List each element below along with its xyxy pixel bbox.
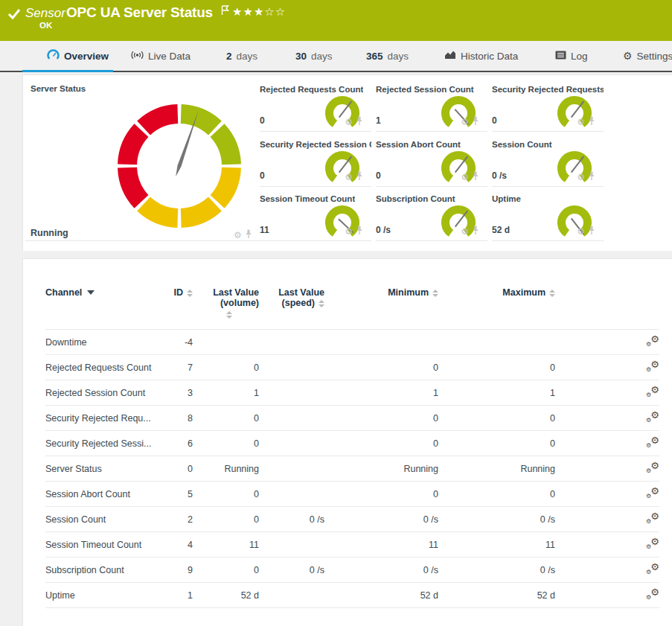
table-row: Server Status 0 Running Running Running …: [45, 456, 659, 482]
gauge-value: 0 /s: [376, 225, 391, 235]
table-row: Session Timeout Count 4 11 11 11 ⚙⚙: [45, 532, 659, 558]
column-header-last-value-speed[interactable]: Last Value (speed): [259, 287, 324, 330]
panel-gear-icon[interactable]: ⚙: [345, 173, 353, 182]
last-value-volume: [193, 330, 259, 355]
gauge-panel-session-abort-count[interactable]: Session Abort Count 0 ⚙: [376, 135, 487, 187]
panel-pin-icon[interactable]: [472, 115, 479, 129]
tab-365-days[interactable]: 365 days: [366, 41, 409, 71]
gauge-value: 0: [376, 170, 381, 181]
gauge-title: Session Abort Count: [376, 140, 461, 149]
channel-settings-gears-icon[interactable]: ⚙⚙: [646, 512, 659, 524]
gear-icon: ⚙: [646, 417, 651, 424]
gauge-title: Session Count: [492, 140, 552, 149]
panel-pin-icon[interactable]: [588, 170, 595, 184]
channel-id: 5: [157, 482, 193, 507]
column-header-last-value-volume[interactable]: Last Value (volume): [193, 287, 259, 330]
gauge-panel-security-rejected-session[interactable]: Security Rejected Session Co... 0 ⚙: [260, 135, 371, 187]
tab-overview[interactable]: Overview: [47, 41, 109, 71]
channel-settings-gears-icon[interactable]: ⚙⚙: [646, 411, 659, 423]
tab-log[interactable]: Log: [555, 41, 588, 71]
gauge-panel-rejected-session-count[interactable]: Rejected Session Count 1 ⚙: [376, 80, 487, 132]
gauge-panel-subscription-count[interactable]: Subscription Count 0 /s ⚙: [376, 189, 487, 241]
sort-icon: [319, 300, 324, 307]
channel-id: 9: [157, 558, 193, 583]
channel-settings-gears-icon[interactable]: ⚙⚙: [646, 487, 659, 499]
channel-name: Subscription Count: [45, 558, 157, 583]
panel-gear-icon[interactable]: ⚙: [234, 231, 242, 240]
column-label: (speed): [282, 298, 315, 308]
column-label: Maximum: [502, 287, 545, 298]
gauge-title: Security Rejected Session Co...: [260, 140, 371, 149]
gauge-icon: [47, 49, 60, 63]
gauge-panel-session-timeout-count[interactable]: Session Timeout Count 11 ⚙: [260, 189, 371, 241]
tab-2-days[interactable]: 2 days: [226, 41, 257, 71]
channel-settings-gears-icon[interactable]: ⚙⚙: [646, 386, 659, 397]
minimum-value: 0 /s: [324, 507, 438, 532]
panel-gear-icon[interactable]: ⚙: [461, 118, 469, 127]
priority-stars[interactable]: ★★★☆☆: [232, 5, 286, 19]
live-data-icon: [131, 50, 144, 63]
panel-tools: ⚙: [345, 170, 363, 184]
panel-pin-icon[interactable]: [588, 225, 595, 238]
table-row: Downtime -4 ⚙⚙: [45, 330, 659, 355]
gauge-value: 52 d: [492, 225, 510, 235]
panel-gear-icon[interactable]: ⚙: [577, 227, 585, 236]
panel-pin-icon[interactable]: [356, 115, 363, 129]
channel-settings-gears-icon[interactable]: ⚙⚙: [646, 436, 659, 448]
channel-name: Rejected Requests Count: [45, 355, 157, 380]
minimum-value: 0: [324, 406, 438, 431]
gauge-value: 0: [260, 115, 265, 126]
sort-desc-icon: [87, 290, 95, 295]
gauge-title: Uptime: [492, 194, 521, 203]
channel-name: Session Count: [45, 507, 157, 532]
panel-gear-icon[interactable]: ⚙: [461, 227, 469, 236]
gauge-title: Security Rejected Requests C...: [492, 85, 604, 94]
column-header-maximum[interactable]: Maximum: [438, 287, 555, 330]
panel-pin-icon[interactable]: [356, 225, 363, 238]
gear-icon: ⚙: [646, 493, 651, 499]
priority-flag-icon[interactable]: [221, 5, 229, 19]
maximum-value: [438, 330, 555, 355]
tab-30-days[interactable]: 30 days: [295, 41, 333, 71]
last-value-volume: 0: [193, 558, 259, 583]
sort-icon: [226, 311, 232, 319]
panel-pin-icon[interactable]: [472, 225, 479, 238]
last-value-volume: 11: [193, 532, 259, 558]
tab-live-data[interactable]: Live Data: [131, 41, 191, 71]
channel-settings-gears-icon[interactable]: ⚙⚙: [646, 335, 659, 347]
last-value-volume: 0: [193, 507, 259, 532]
channel-name: Security Rejected Requ...: [45, 406, 157, 431]
gear-icon: ⚙: [646, 341, 651, 348]
tab-settings[interactable]: ⚙ Settings: [623, 41, 672, 71]
stars-empty: ☆☆: [264, 5, 286, 18]
panel-gear-icon[interactable]: ⚙: [461, 173, 469, 182]
panel-pin-icon[interactable]: [356, 170, 363, 184]
gauge-panel-session-count[interactable]: Session Count 0 /s ⚙: [492, 135, 604, 187]
panel-pin-icon[interactable]: [472, 170, 479, 184]
channel-settings-gears-icon[interactable]: ⚙⚙: [646, 537, 659, 549]
panel-gear-icon[interactable]: ⚙: [345, 227, 353, 236]
gauge-panel-security-rejected-requests[interactable]: Security Rejected Requests C... 0 ⚙: [492, 80, 604, 132]
column-header-minimum[interactable]: Minimum: [324, 287, 438, 330]
panel-pin-icon[interactable]: [588, 115, 595, 129]
column-header-channel[interactable]: Channel: [45, 287, 157, 330]
minimum-value: 0: [324, 482, 438, 507]
channel-name: Uptime: [45, 583, 157, 608]
channel-settings-gears-icon[interactable]: ⚙⚙: [646, 563, 659, 575]
last-value-speed: [259, 330, 324, 355]
channel-settings-gears-icon[interactable]: ⚙⚙: [646, 461, 659, 473]
tab-historic-data[interactable]: Historic Data: [444, 41, 518, 71]
server-status-gauge-panel[interactable]: Server Status Running ⚙: [23, 75, 260, 252]
panel-gear-icon[interactable]: ⚙: [345, 118, 353, 127]
panel-gear-icon[interactable]: ⚙: [577, 118, 585, 127]
column-header-id[interactable]: ID: [157, 287, 193, 330]
panel-tools: ⚙: [461, 225, 479, 238]
panel-gear-icon[interactable]: ⚙: [577, 173, 585, 182]
channel-name: Session Abort Count: [45, 482, 157, 507]
status-ok-check-icon: [7, 7, 22, 25]
gear-icon: ⚙: [646, 569, 651, 575]
channel-settings-gears-icon[interactable]: ⚙⚙: [646, 360, 659, 372]
channel-settings-gears-icon[interactable]: ⚙⚙: [646, 588, 659, 600]
gauge-panel-rejected-requests-count[interactable]: Rejected Requests Count 0 ⚙: [260, 80, 371, 132]
gauge-panel-uptime[interactable]: Uptime 52 d ⚙: [492, 189, 604, 241]
